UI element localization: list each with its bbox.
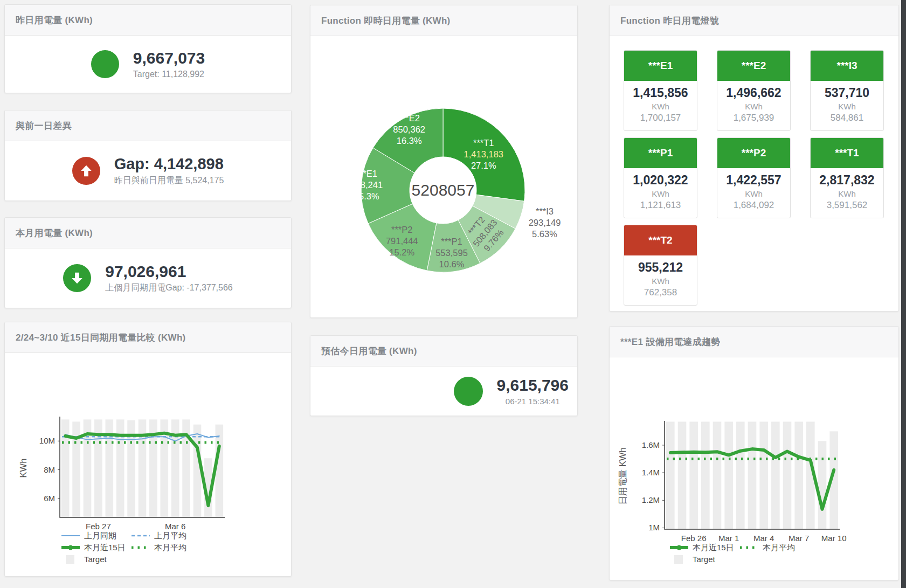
card-status-lights: Function 昨日用電燈號 ***E11,415,856KWh1,700,1… [609, 5, 899, 312]
stat-body: 9,615,796 06-21 15:34:41 [310, 366, 577, 416]
status-tile-I3[interactable]: ***I3537,710KWh584,861 [810, 50, 884, 131]
card-header: 昨日用電量 (KWh) [5, 5, 291, 36]
green-status-circle-icon [454, 377, 483, 406]
legend-label[interactable]: 上月同期 [84, 531, 116, 540]
card-yesterday-usage: 昨日用電量 (KWh) 9,667,073 Target: 11,128,992 [4, 4, 292, 93]
status-tile-P2[interactable]: ***P21,422,557KWh1,684,092 [717, 137, 791, 218]
status-tile-grid: ***E11,415,856KWh1,700,157***E21,496,662… [610, 36, 884, 306]
y-axis-tick: 10M [39, 436, 55, 445]
tile-unit: KWh [813, 189, 881, 198]
tile-unit: KWh [626, 102, 695, 111]
target-bar [724, 421, 733, 529]
tile-value: 537,710 [813, 86, 881, 100]
tile-label: ***E1 [624, 51, 697, 81]
status-tile-T1[interactable]: ***T12,817,832KWh3,591,562 [810, 137, 884, 218]
tile-target: 1,675,939 [720, 113, 788, 123]
tile-body: 1,496,662KWh1,675,939 [717, 81, 790, 130]
card-title: 與前一日差異 [16, 120, 72, 132]
target-bar [783, 421, 792, 529]
tile-unit: KWh [626, 189, 695, 198]
tile-value: 955,212 [626, 260, 695, 275]
legend-label[interactable]: 本月近15日 [693, 543, 734, 552]
tile-unit: KWh [626, 276, 695, 286]
day-gap-sub: 昨日與前日用電量 5,524,175 [114, 175, 224, 186]
x-axis-tick: Mar 10 [821, 534, 847, 543]
card-header: 本月用電量 (KWh) [5, 218, 291, 248]
card-header: Function 即時日用電量 (KWh) [310, 5, 577, 36]
legend-target-label[interactable]: Target [84, 555, 107, 564]
target-bar [666, 421, 675, 529]
y-axis-tick: 1.2M [642, 495, 660, 504]
target-bar [689, 421, 698, 529]
tile-unit: KWh [720, 102, 788, 111]
stat-body: 97,026,961 上個月同期用電Gap: -17,377,566 [5, 248, 291, 308]
card-title: 2/24~3/10 近15日同期用電量比較 (KWh) [16, 331, 186, 344]
tile-target: 1,700,157 [626, 113, 695, 123]
legend-label[interactable]: 本月平均 [154, 543, 186, 552]
status-tile-E2[interactable]: ***E21,496,662KWh1,675,939 [717, 50, 791, 131]
legend-target-swatch[interactable] [66, 555, 74, 564]
x-axis-tick: Mar 6 [165, 522, 185, 531]
x-axis-tick: Mar 1 [718, 534, 739, 543]
tile-label: ***E2 [717, 51, 790, 81]
forecast-value: 9,615,796 [497, 376, 569, 395]
red-up-arrow-icon [72, 157, 100, 185]
x-axis-tick: Feb 27 [86, 522, 111, 531]
target-bar [193, 425, 202, 517]
card-day-gap: 與前一日差異 Gap: 4,142,898 昨日與前日用電量 5,524,175 [4, 110, 292, 201]
tile-unit: KWh [813, 102, 881, 111]
status-tile-P1[interactable]: ***P11,020,322KWh1,121,613 [624, 137, 697, 218]
card-title: 本月用電量 (KWh) [16, 227, 93, 239]
tile-target: 1,684,092 [720, 200, 788, 211]
month-usage-gap: 上個月同期用電Gap: -17,377,566 [105, 282, 233, 294]
target-bar [678, 421, 687, 529]
legend-target-swatch[interactable] [674, 555, 683, 564]
e1-trend-line-chart: 1M1.2M1.4M1.6MFeb 26Mar 1Mar 4Mar 7Mar 1… [610, 357, 898, 579]
card-title: Function 昨日用電燈號 [620, 15, 719, 27]
target-bar [215, 425, 223, 517]
target-bar [701, 421, 710, 529]
tile-target: 1,121,613 [626, 200, 695, 211]
legend-label[interactable]: 上月平均 [154, 531, 186, 540]
scrollbar[interactable] [901, 0, 906, 588]
compare-line-chart: 6M8M10MFeb 27Mar 6KWh上月同期上月平均本月近15日本月平均T… [5, 353, 291, 576]
card-title: 昨日用電量 (KWh) [16, 14, 93, 26]
tile-body: 2,817,832KWh3,591,562 [811, 168, 883, 218]
tile-value: 1,496,662 [720, 86, 788, 100]
card-realtime-donut: Function 即時日用電量 (KWh) ***T11,413,18327.1… [310, 5, 578, 318]
stat-body: 9,667,073 Target: 11,128,992 [5, 36, 291, 93]
status-tile-E1[interactable]: ***E11,415,856KWh1,700,157 [624, 50, 697, 131]
y-axis-tick: 1.6M [642, 440, 660, 449]
status-tile-T2[interactable]: ***T2955,212KWh762,358 [624, 225, 697, 306]
x-axis-tick: Mar 4 [753, 534, 774, 543]
green-status-circle-icon [91, 50, 119, 78]
yesterday-usage-target: Target: 11,128,992 [133, 70, 205, 79]
y-axis-tick: 8M [44, 465, 55, 474]
y-axis-label: 日用電量 KWh [618, 447, 627, 504]
card-title: Function 即時日用電量 (KWh) [321, 15, 451, 27]
tile-value: 2,817,832 [813, 173, 881, 188]
y-axis-tick: 1M [648, 523, 660, 532]
legend-target-label[interactable]: Target [693, 555, 716, 564]
tile-body: 955,212KWh762,358 [624, 255, 697, 305]
tile-value: 1,415,856 [626, 86, 695, 100]
card-header: 與前一日差異 [5, 110, 291, 141]
target-bar [818, 441, 827, 529]
day-gap-value: Gap: 4,142,898 [114, 155, 224, 173]
legend-label[interactable]: 本月近15日 [84, 543, 126, 552]
card-header: 預估今日用電量 (KWh) [310, 336, 577, 366]
month-usage-value: 97,026,961 [105, 262, 233, 281]
y-axis-label: KWh [18, 459, 28, 478]
x-axis-tick: Mar 7 [789, 534, 809, 543]
tile-target: 762,358 [626, 287, 695, 298]
card-title: ***E1 設備用電達成趨勢 [620, 336, 721, 348]
stat-body: Gap: 4,142,898 昨日與前日用電量 5,524,175 [5, 141, 291, 200]
legend-label[interactable]: 本月平均 [763, 543, 795, 552]
forecast-timestamp: 06-21 15:34:41 [497, 397, 569, 406]
tile-target: 584,861 [813, 113, 881, 123]
tile-target: 3,591,562 [813, 200, 881, 211]
x-axis-tick: Feb 26 [681, 534, 707, 543]
target-bar [771, 421, 780, 529]
card-month-usage: 本月用電量 (KWh) 97,026,961 上個月同期用電Gap: -17,3… [4, 217, 292, 308]
tile-body: 1,422,557KWh1,684,092 [717, 168, 790, 218]
